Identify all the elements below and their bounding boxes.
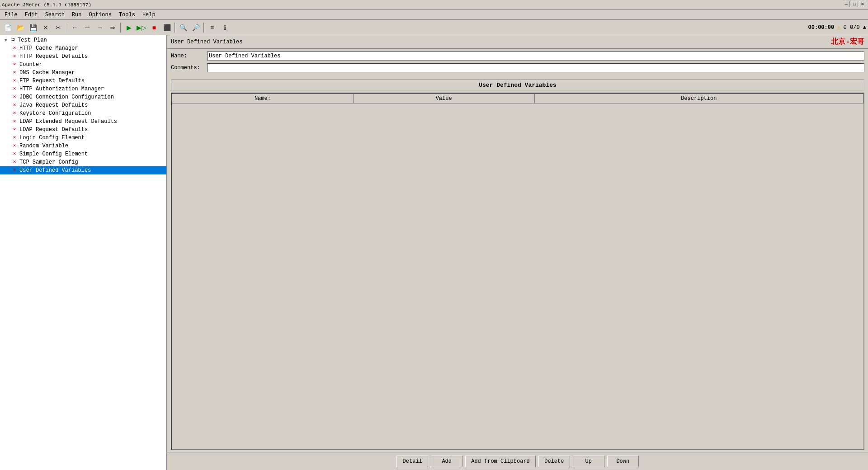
menu-run[interactable]: Run [68,11,85,19]
new-button[interactable]: 📄 [2,22,14,33]
tree-label-11: Login Config Element [19,135,85,141]
add-from-clipboard-button[interactable]: Add from Clipboard [465,456,536,467]
tree-label-2: Counter [19,61,42,68]
tree-icon-13: ✕ [11,150,18,158]
table-section: User Defined Variables Name: Value Descr… [167,78,868,452]
nav-next-button[interactable]: → [94,22,106,33]
tree-icon-9: ✕ [11,118,18,125]
tree-label-6: JDBC Connection Configuration [19,94,114,100]
tree-item-7[interactable]: ✕ Java Request Defaults [0,101,166,109]
tree-root: ▼ 🗂 Test Plan ✕ HTTP Cache Manager ✕ HTT… [0,35,166,175]
tree-label-12: Random Variable [19,143,68,149]
nav-clear-button[interactable]: ─ [81,22,93,33]
tree-icon-2: ✕ [11,61,18,68]
tree-item-9[interactable]: ✕ LDAP Extended Request Defaults [0,118,166,126]
tree-item-0[interactable]: ✕ HTTP Cache Manager [0,44,166,52]
tree-icon-14: ✕ [11,159,18,166]
tree-item-13[interactable]: ✕ Simple Config Element [0,150,166,158]
comments-row: Comments: [171,63,864,72]
save-button[interactable]: 💾 [27,22,39,33]
open-button[interactable]: 📂 [14,22,26,33]
right-panel: User Defined Variables 北京-宏哥 Name: Comme… [167,35,868,470]
stop-button[interactable]: ■ [148,22,160,33]
tree-icon-10: ✕ [11,126,18,133]
tree-item-8[interactable]: ✕ Keystore Configuration [0,109,166,118]
cut-button[interactable]: ✂ [52,22,64,33]
name-input[interactable] [207,52,864,61]
functions-button[interactable]: ≡ [206,22,218,33]
title-bar-text: Apache JMeter (5.1.1 r1855137) [2,2,91,8]
comments-input[interactable] [207,63,864,72]
tree-icon-3: ✕ [11,69,18,76]
search-button[interactable]: 🔍 [177,22,189,33]
tree-label-4: FTP Request Defaults [19,78,85,84]
tree-item-6[interactable]: ✕ JDBC Connection Configuration [0,93,166,101]
comments-label: Comments: [171,65,207,71]
tree-label-13: Simple Config Element [19,151,88,157]
shutdown-button[interactable]: ⬛ [161,22,173,33]
menu-help[interactable]: Help [139,11,159,19]
minimize-button[interactable]: ─ [843,1,850,7]
menu-tools[interactable]: Tools [115,11,139,19]
delete-button[interactable]: Delete [538,456,570,467]
tree-item-5[interactable]: ✕ HTTP Authorization Manager [0,85,166,93]
tree-label-14: TCP Sampler Config [19,159,78,165]
restore-button[interactable]: □ [851,1,858,7]
root-icon: 🗂 [9,37,16,44]
detail-button[interactable]: Detail [396,456,428,467]
run-button[interactable]: ▶ [123,22,135,33]
tree-item-1[interactable]: ✕ HTTP Request Defaults [0,52,166,61]
add-button[interactable]: Add [431,456,462,467]
tree-toggle-root[interactable]: ▼ [3,38,9,43]
menu-search[interactable]: Search [42,11,68,19]
tree-icon-5: ✕ [11,85,18,93]
tree-label-15: User Defined Variables [19,167,91,174]
status-area: 00:00:00 ⚠ 0 0/0 ▲ [808,24,866,31]
tree-label-9: LDAP Extended Request Defaults [19,118,117,125]
tree-label-0: HTTP Cache Manager [19,45,78,52]
tree-item-root[interactable]: ▼ 🗂 Test Plan [0,36,166,44]
tree-item-4[interactable]: ✕ FTP Request Defaults [0,77,166,85]
nav-forward2-button[interactable]: ⇒ [107,22,118,33]
status-counts: 0 0/0 ▲ [844,24,866,31]
tree-item-10[interactable]: ✕ LDAP Request Defaults [0,126,166,134]
toolbar: 📄 📂 💾 ✕ ✂ ← ─ → ⇒ ▶ ▶▷ ■ ⬛ 🔍 🔎 ≡ ℹ 00:00… [0,20,868,35]
tree-icon-0: ✕ [11,45,18,52]
tree-item-3[interactable]: ✕ DNS Cache Manager [0,69,166,77]
col-value: Value [353,94,534,103]
panel-content: Name: Comments: User Defined Variables N… [167,49,868,452]
tree-icon-7: ✕ [11,102,18,109]
tree-item-12[interactable]: ✕ Random Variable [0,142,166,150]
table-title: User Defined Variables [171,80,864,91]
warning-icon: ⚠ [837,24,840,31]
panel-brand: 北京-宏哥 [831,37,864,47]
tree-icon-11: ✕ [11,134,18,141]
tree-label-1: HTTP Request Defaults [19,53,88,60]
menu-file[interactable]: File [1,11,21,19]
down-button[interactable]: Down [607,456,639,467]
tree-item-2[interactable]: ✕ Counter [0,61,166,69]
tree-icon-8: ✕ [11,110,18,117]
tree-item-11[interactable]: ✕ Login Config Element [0,134,166,142]
tree-label-7: Java Request Defaults [19,102,88,108]
close-button[interactable]: ✕ [859,1,866,7]
tree-label-8: Keystore Configuration [19,110,91,117]
menu-bar: File Edit Search Run Options Tools Help [0,10,868,20]
menu-edit[interactable]: Edit [21,11,42,19]
toolbar-sep-3 [175,23,175,33]
info-button[interactable]: ℹ [219,22,231,33]
search-all-button[interactable]: 🔎 [190,22,202,33]
menu-options[interactable]: Options [85,11,115,19]
run-no-pause-button[interactable]: ▶▷ [136,22,147,33]
tree-item-14[interactable]: ✕ TCP Sampler Config [0,158,166,166]
name-row: Name: [171,52,864,61]
up-button[interactable]: Up [573,456,604,467]
table-header: Name: Value Description [172,94,863,103]
main-layout: ▼ 🗂 Test Plan ✕ HTTP Cache Manager ✕ HTT… [0,35,868,470]
tree-item-15[interactable]: ✕ User Defined Variables [0,166,166,174]
nav-prev-button[interactable]: ← [69,22,80,33]
close-test-button[interactable]: ✕ [40,22,52,33]
tree-icon-12: ✕ [11,142,18,150]
tree-label-3: DNS Cache Manager [19,70,75,76]
tree-panel: ▼ 🗂 Test Plan ✕ HTTP Cache Manager ✕ HTT… [0,35,167,470]
